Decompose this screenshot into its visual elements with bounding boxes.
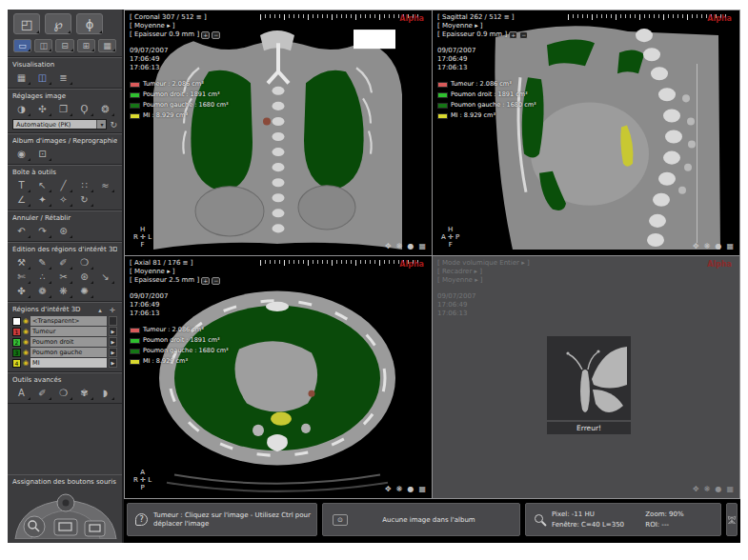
pen-3d-icon[interactable]: ✐ [54, 255, 72, 270]
fullscreen-icon[interactable]: ✥ [385, 242, 392, 251]
add-to-album-icon[interactable]: ◉ [12, 147, 30, 161]
layout-current-button[interactable]: ▭ [13, 39, 31, 52]
export-hex-icon[interactable]: ❋ [396, 242, 403, 251]
capture-button[interactable]: ◰ [13, 13, 40, 34]
text-annotation-icon[interactable]: T [12, 178, 30, 192]
pen-2d-icon[interactable]: ✎ [33, 255, 51, 270]
layout-grid-icon[interactable]: ▦ [418, 242, 426, 251]
advanced-pen-icon[interactable]: ✐ [33, 386, 51, 400]
thickness-plus-button[interactable]: + [201, 277, 210, 285]
record-circle-icon[interactable]: ● [715, 242, 721, 251]
volume-mode-selector[interactable]: [ Mode volumique Entier ▸ ] [437, 259, 530, 268]
visibility-bulb-icon[interactable]: ◉ [23, 360, 29, 367]
seed-grow-icon[interactable]: ∴ [33, 270, 51, 284]
chevron-down-icon[interactable]: ▾ [96, 120, 106, 129]
fullscreen-icon[interactable]: ✥ [385, 485, 392, 494]
roi-list-item[interactable]: 1 ◉ Tumeur ▶ [12, 327, 117, 336]
thickness-minus-button[interactable]: − [519, 31, 528, 39]
fullscreen-icon[interactable]: ✥ [693, 485, 699, 494]
cut-region-icon[interactable]: ✂ [54, 270, 72, 284]
export-hex-icon[interactable]: ❋ [704, 485, 711, 494]
visibility-bulb-icon[interactable]: ◉ [23, 339, 29, 346]
roi-expand-arrow[interactable]: ▶ [109, 327, 117, 336]
roi-expand-arrow[interactable]: ▶ [109, 358, 117, 368]
mode-selector[interactable]: [ Moyenne ▸ ] [130, 22, 229, 30]
mouse-buttons-graphic[interactable] [10, 488, 122, 539]
layout-1x2-button[interactable]: ◫ [34, 39, 52, 52]
roi-expand-arrow[interactable]: ▶ [109, 348, 117, 357]
scribble-segment-icon[interactable]: ✤ [12, 284, 30, 298]
roi-name-field[interactable]: <Transparent> [30, 316, 107, 326]
layout-grid-icon[interactable]: ▦ [726, 485, 734, 494]
contrast-icon[interactable]: ◑ [12, 102, 30, 116]
visibility-bulb-icon[interactable]: ◉ [23, 318, 29, 325]
undo-icon[interactable]: ↶ [12, 224, 30, 238]
layout-2x2-button[interactable]: ⊞ [77, 39, 95, 52]
mode-selector[interactable]: [ Moyenne ▸ ] [130, 268, 229, 276]
windowing-layers-icon[interactable]: ❐ [54, 102, 72, 116]
angle-measure-icon[interactable]: ∠ [12, 192, 30, 207]
reset-window-icon[interactable]: ↻ [110, 120, 117, 130]
thickness-selector[interactable]: [ Epaisseur 2.5 mm ] [130, 276, 199, 285]
roi-list-item[interactable]: 3 ◉ Poumon gauche ▶ [12, 348, 117, 357]
export-hex-icon[interactable]: ❋ [704, 242, 711, 251]
roi-name-field[interactable]: Tumeur [30, 327, 107, 336]
rotate-view-icon[interactable]: ↻ [75, 192, 93, 207]
redo-icon[interactable]: ↷ [33, 224, 51, 238]
advanced-lasso-icon[interactable]: ❍ [54, 386, 72, 400]
profile-curve-icon[interactable]: ≈ [96, 178, 114, 192]
roi-color-swatch[interactable]: 1 [12, 328, 21, 336]
roi-name-field[interactable]: MI [30, 358, 107, 368]
filter-icon[interactable]: ❂ [96, 102, 114, 116]
visibility-bulb-icon[interactable]: ◉ [23, 329, 29, 335]
history-icon[interactable]: ⊛ [54, 224, 72, 238]
slice-selector[interactable]: [ Sagittal 262 / 512 ≡ ] [437, 13, 536, 22]
ruler-measure-icon[interactable]: ╱ [54, 178, 72, 192]
reprography-icon[interactable]: ⊡ [33, 147, 51, 161]
thickness-minus-button[interactable]: − [212, 31, 220, 39]
record-circle-icon[interactable]: ● [407, 242, 414, 251]
roi-color-swatch[interactable]: 3 [12, 349, 21, 357]
pick-tool-icon[interactable]: ⚒ [12, 255, 30, 270]
slice-selector[interactable]: [ Axial 81 / 176 ≡ ] [130, 259, 229, 268]
roi-color-swatch[interactable]: 4 [12, 359, 21, 368]
slice-selector[interactable]: [ Coronal 307 / 512 ≡ ] [130, 13, 229, 22]
thickness-plus-button[interactable]: + [201, 31, 210, 39]
layout-grid-icon[interactable]: ▦ [418, 485, 426, 494]
roi-name-field[interactable]: Poumon gauche [30, 348, 107, 357]
roi-color-swatch[interactable] [12, 317, 21, 326]
collapse-panel-icon[interactable]: ▴ [95, 307, 105, 314]
layout-grid-icon[interactable]: ▦ [726, 242, 734, 251]
thickness-plus-button[interactable]: + [509, 31, 517, 39]
needle-icon[interactable]: ↘ [96, 270, 114, 284]
roi-list-item[interactable]: 4 ◉ MI ▶ [12, 358, 117, 368]
visibility-bulb-icon[interactable]: ◉ [23, 350, 29, 356]
thickness-selector[interactable]: [ Epaisseur 0.9 mm ] [130, 30, 199, 39]
advanced-sphere-icon[interactable]: ◗ [96, 386, 114, 400]
window-preset-dropdown[interactable]: Automatique (PK) ▾ [12, 119, 107, 130]
advanced-text-icon[interactable]: A [12, 386, 30, 400]
density-grid-icon[interactable]: ∷ [75, 178, 93, 192]
roi-list-item[interactable]: 2 ◉ Poumon droit ▶ [12, 337, 117, 347]
grid-view-icon[interactable]: ▦ [12, 70, 30, 85]
export-hex-icon[interactable]: ❋ [396, 485, 403, 494]
marker-left-icon[interactable]: ✧ [54, 192, 72, 207]
stethoscope-button[interactable]: ℘ [45, 13, 71, 34]
eraser-icon[interactable]: ✄ [12, 270, 30, 284]
duplicate-region-icon[interactable]: ⊛ [75, 270, 93, 284]
pan-hand-icon[interactable]: ✣ [33, 102, 51, 116]
fullscreen-icon[interactable]: ✥ [693, 242, 699, 251]
roi-color-swatch[interactable]: 2 [12, 338, 21, 347]
thickness-minus-button[interactable]: − [212, 277, 220, 285]
zoom-tool-icon[interactable]: Ϙ [75, 102, 93, 116]
add-roi-icon[interactable]: ✛ [108, 307, 117, 314]
layout-mosaic-button[interactable]: ▦ [98, 39, 116, 52]
thickness-selector[interactable]: [ Epaisseur 0.9 mm ] [437, 30, 507, 39]
mpr-3d-view-icon[interactable]: ◫ [33, 70, 51, 85]
roi-expand-arrow[interactable]: ▶ [109, 337, 117, 347]
marker-right-icon[interactable]: ✦ [33, 192, 51, 207]
roi-expand-arrow[interactable] [109, 316, 117, 326]
mode-selector[interactable]: [ Moyenne ▸ ] [437, 276, 530, 285]
dilate-icon[interactable]: ❋ [54, 284, 72, 298]
roi-name-field[interactable]: Poumon droit [30, 337, 107, 347]
